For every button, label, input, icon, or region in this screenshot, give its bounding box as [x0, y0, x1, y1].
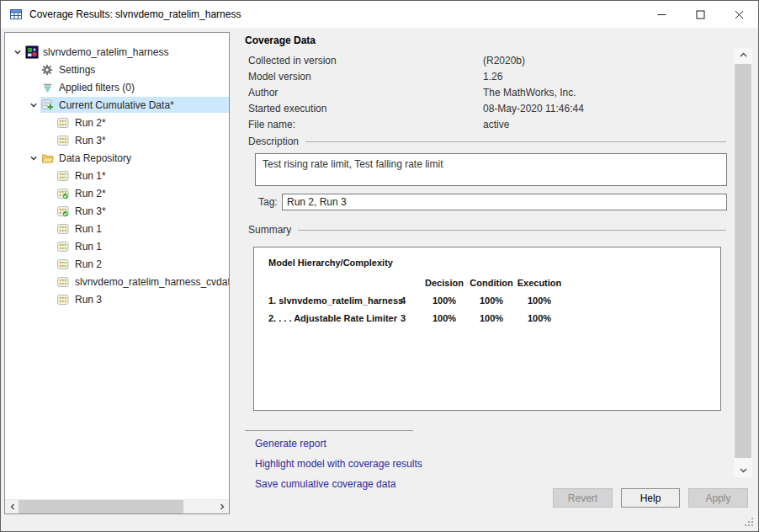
window-title: Coverage Results: slvnvdemo_ratelim_harn…	[29, 1, 241, 28]
run-icon	[57, 275, 72, 289]
tag-input[interactable]	[282, 194, 727, 210]
section-divider	[305, 141, 726, 142]
tree-item-label: slvnvdemo_ratelim_harness_cvdata_1	[72, 276, 229, 288]
run-check-icon	[57, 205, 72, 218]
tree-item-run-2[interactable]: Run 2	[5, 255, 229, 273]
horizontal-scroll-thumb[interactable]	[19, 500, 183, 513]
field-row-file-name: File name:active	[248, 117, 728, 133]
panel-heading: Coverage Data	[245, 35, 316, 46]
condition-value: 100%	[469, 313, 514, 323]
run-icon	[57, 258, 72, 271]
execution-value: 100%	[514, 313, 565, 323]
coverage-data-fields: Collected in version(R2020b)Model versio…	[248, 53, 728, 133]
apply-button[interactable]: Apply	[688, 488, 748, 508]
vertical-scroll-thumb[interactable]	[735, 64, 751, 458]
tree-item-run-1[interactable]: Run 1	[5, 237, 229, 255]
chevron-spacer	[26, 78, 40, 96]
folder-icon	[41, 152, 56, 165]
scroll-up-arrow-icon[interactable]	[734, 48, 752, 61]
title-bar: Coverage Results: slvnvdemo_ratelim_harn…	[1, 1, 758, 28]
scroll-right-arrow-icon[interactable]	[215, 500, 229, 513]
filter-icon	[41, 81, 56, 94]
results-tree-panel: slvnvdemo_ratelim_harnessSettingsApplied…	[4, 32, 230, 514]
tree-item-run-3[interactable]: Run 3*	[5, 131, 229, 149]
tree-item-run-3[interactable]: Run 3	[5, 290, 229, 308]
tree-item-slvnvdemo-ratelim-harness-cvdata-1[interactable]: slvnvdemo_ratelim_harness_cvdata_1	[5, 273, 229, 290]
tree-item-label: Run 3	[72, 294, 102, 306]
field-value: active	[483, 117, 728, 133]
summary-table-row: 2. . . . Adjustable Rate Limiter3100%100…	[268, 309, 565, 327]
field-value: 1.26	[483, 69, 728, 85]
run-icon	[57, 222, 72, 236]
tree-item-data-repository[interactable]: Data Repository	[5, 149, 229, 167]
complexity-value: 4	[386, 295, 420, 306]
scroll-down-arrow-icon[interactable]	[734, 464, 752, 477]
field-value: 08-May-2020 11:46:44	[483, 101, 728, 117]
gear-icon	[41, 63, 56, 77]
tree-item-run-1[interactable]: Run 1	[5, 220, 229, 237]
field-row-model-version: Model version1.26	[248, 69, 728, 85]
tree-item-current-cumulative-data[interactable]: Current Cumulative Data*	[5, 96, 229, 114]
chevron-down-icon[interactable]	[26, 149, 40, 167]
chevron-spacer	[42, 167, 56, 184]
tag-label: Tag:	[258, 196, 278, 208]
scroll-left-arrow-icon[interactable]	[5, 500, 19, 513]
chevron-spacer	[42, 255, 56, 273]
summary-table-header: DecisionConditionExecution	[268, 274, 565, 291]
summary-section-label: Summary	[248, 224, 726, 236]
chevron-spacer	[42, 273, 56, 290]
summary-report: Model Hierarchy/Complexity DecisionCondi…	[253, 247, 721, 411]
field-row-author: AuthorThe MathWorks, Inc.	[248, 85, 728, 101]
revert-button[interactable]: Revert	[553, 488, 613, 508]
generate-report-link[interactable]: Generate report	[255, 434, 422, 454]
tree-item-label: Data Repository	[56, 152, 131, 164]
run-icon	[57, 116, 72, 130]
details-vertical-scrollbar[interactable]	[734, 48, 752, 477]
column-header: Execution	[514, 278, 565, 288]
chevron-spacer	[42, 220, 56, 237]
tree-item-label: Current Cumulative Data*	[56, 99, 174, 111]
complexity-value: 3	[386, 313, 420, 323]
tree-item-run-2[interactable]: Run 2*	[5, 114, 229, 131]
tree-item-run-3[interactable]: Run 3*	[5, 202, 229, 220]
chevron-spacer	[42, 114, 56, 131]
tree-item-run-2[interactable]: Run 2*	[5, 184, 229, 202]
field-row-started-execution: Started execution08-May-2020 11:46:44	[248, 101, 728, 117]
field-label: File name:	[248, 117, 483, 133]
description-label: Description	[248, 136, 299, 147]
minimize-button[interactable]	[642, 1, 681, 28]
cumulative-data-icon	[41, 98, 56, 112]
tree-item-label: Run 1	[72, 223, 102, 235]
coverage-app-icon	[9, 8, 23, 21]
decision-value: 100%	[420, 313, 469, 323]
tree-item-run-1[interactable]: Run 1*	[5, 167, 229, 184]
tree-horizontal-scrollbar[interactable]	[5, 499, 229, 513]
execution-value: 100%	[514, 295, 565, 306]
chevron-spacer	[42, 131, 56, 149]
save-cumulative-coverage-data-link[interactable]: Save cumulative coverage data	[255, 474, 422, 494]
tree-item-settings[interactable]: Settings	[5, 61, 229, 78]
field-label: Started execution	[248, 101, 483, 117]
help-button[interactable]: Help	[621, 488, 680, 508]
tree-item-label: Run 3*	[72, 205, 106, 217]
action-links: Generate reportHighlight model with cove…	[255, 434, 422, 494]
run-check-icon	[57, 187, 72, 200]
chevron-down-icon[interactable]	[10, 43, 24, 61]
description-textarea[interactable]: Test rising rate limit, Test falling rat…	[255, 153, 727, 186]
field-label: Model version	[248, 69, 483, 85]
highlight-model-with-coverage-results-link[interactable]: Highlight model with coverage results	[255, 454, 422, 474]
close-button[interactable]	[719, 1, 758, 28]
resize-grip[interactable]	[744, 517, 754, 527]
tree-item-label: Settings	[56, 64, 95, 76]
field-row-collected-in-version: Collected in version(R2020b)	[248, 53, 728, 69]
chevron-spacer	[42, 237, 56, 255]
column-header: Condition	[469, 278, 514, 288]
tree-item-slvnvdemo-ratelim-harness[interactable]: slvnvdemo_ratelim_harness	[5, 43, 229, 61]
chevron-down-icon[interactable]	[26, 96, 40, 114]
maximize-button[interactable]	[681, 1, 719, 28]
condition-value: 100%	[469, 295, 514, 306]
model-name: 2. . . . Adjustable Rate Limiter	[268, 313, 386, 323]
tree-item-applied-filters-0[interactable]: Applied filters (0)	[5, 78, 229, 96]
chevron-spacer	[42, 202, 56, 220]
run-icon	[57, 169, 72, 183]
